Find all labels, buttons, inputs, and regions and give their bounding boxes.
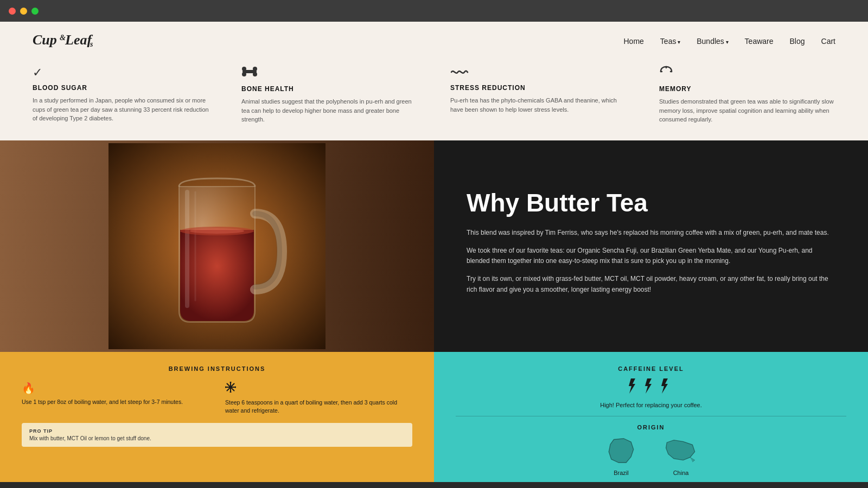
origin-brazil-label: Brazil <box>605 470 637 476</box>
origin-china: China <box>665 437 697 476</box>
brewing-step-hot-text: Use 1 tsp per 8oz of boiling water, and … <box>22 398 209 407</box>
caffeine-section: CAFFEINE LEVEL High! Perfect for replaci… <box>434 352 868 482</box>
tea-image <box>0 140 434 352</box>
nav-teaware[interactable]: Teaware <box>745 36 774 46</box>
svg-text:Leaf: Leaf <box>65 32 93 48</box>
why-butter-tea-title: Why Butter Tea <box>467 189 835 217</box>
why-para-3: Try it on its own, or mixed with grass-f… <box>467 274 835 294</box>
svg-text:Cup: Cup <box>33 32 57 48</box>
svg-point-7 <box>242 72 246 76</box>
benefit-stress-reduction: STRESS REDUCTION Pu-erh tea has the phyt… <box>450 66 627 124</box>
stress-reduction-title: STRESS REDUCTION <box>450 84 627 92</box>
why-para-2: We took three of our favorite teas: our … <box>467 246 835 266</box>
maximize-dot[interactable] <box>31 8 39 15</box>
hot-icon: 🔥 <box>22 382 209 395</box>
navbar: Cup & Leaf s Home Teas Bundles Teaware B… <box>0 22 868 60</box>
brewing-step-hot: 🔥 Use 1 tsp per 8oz of boiling water, an… <box>22 382 209 416</box>
benefits-section: ✓ BLOOD SUGAR In a study performed in Ja… <box>0 60 868 140</box>
pro-tip-text: Mix with butter, MCT Oil or lemon to get… <box>29 435 405 441</box>
content-area: Cup & Leaf s Home Teas Bundles Teaware B… <box>0 22 868 488</box>
butter-tea-section: Why Butter Tea This blend was inspired b… <box>0 140 868 352</box>
nav-blog[interactable]: Blog <box>790 36 805 46</box>
svg-text:s: s <box>90 40 93 48</box>
nav-cart[interactable]: Cart <box>821 36 835 46</box>
blood-sugar-title: BLOOD SUGAR <box>33 84 209 92</box>
svg-point-5 <box>242 67 246 71</box>
memory-title: MEMORY <box>659 85 835 93</box>
memory-icon <box>659 66 835 81</box>
nav-bundles[interactable]: Bundles <box>697 36 728 46</box>
nav-teas[interactable]: Teas <box>660 36 680 46</box>
origin-title: ORIGIN <box>456 424 846 431</box>
minimize-dot[interactable] <box>20 8 27 15</box>
bone-health-icon <box>241 66 418 81</box>
caffeine-title: CAFFEINE LEVEL <box>456 365 846 372</box>
brewing-section: BREWING INSTRUCTIONS 🔥 Use 1 tsp per 8oz… <box>0 352 434 482</box>
origin-china-label: China <box>665 470 697 476</box>
window-chrome <box>0 0 868 22</box>
caffeine-description: High! Perfect for replacing your coffee. <box>456 402 846 408</box>
why-para-1: This blend was inspired by Tim Ferriss, … <box>467 228 835 238</box>
brewing-step-cold: Steep 6 teaspoons in a quart of boiling … <box>225 382 412 416</box>
benefit-bone-health: BONE HEALTH Animal studies suggest that … <box>241 66 418 124</box>
svg-point-17 <box>230 382 232 383</box>
stress-reduction-icon <box>450 66 627 80</box>
bottom-section: BREWING INSTRUCTIONS 🔥 Use 1 tsp per 8oz… <box>0 352 868 482</box>
svg-point-11 <box>190 228 244 234</box>
svg-point-18 <box>230 391 232 393</box>
caffeine-bolts <box>456 377 846 399</box>
nav-home[interactable]: Home <box>624 36 644 46</box>
bone-health-title: BONE HEALTH <box>241 85 418 93</box>
brewing-steps: 🔥 Use 1 tsp per 8oz of boiling water, an… <box>22 382 412 416</box>
svg-point-16 <box>229 386 232 388</box>
brewing-title: BREWING INSTRUCTIONS <box>22 365 412 372</box>
caffeine-divider <box>456 416 846 416</box>
blood-sugar-text: In a study performed in Japan, people wh… <box>33 96 209 123</box>
memory-text: Studies demonstrated that green tea was … <box>659 97 835 124</box>
close-dot[interactable] <box>9 8 16 15</box>
stress-reduction-text: Pu-erh tea has the phyto-chemicals GABA … <box>450 96 627 114</box>
origin-maps: Brazil China <box>456 437 846 476</box>
origin-brazil: Brazil <box>605 437 637 476</box>
bone-health-text: Animal studies suggest that the polyphen… <box>241 97 418 124</box>
benefit-memory: MEMORY Studies demonstrated that green t… <box>659 66 835 124</box>
benefit-blood-sugar: ✓ BLOOD SUGAR In a study performed in Ja… <box>33 66 209 124</box>
pro-tip-box: PRO TIP Mix with butter, MCT Oil or lemo… <box>22 423 412 447</box>
logo[interactable]: Cup & Leaf s <box>33 29 98 53</box>
cold-icon <box>225 382 412 395</box>
svg-point-19 <box>225 386 227 388</box>
tea-content: Why Butter Tea This blend was inspired b… <box>434 140 868 352</box>
svg-point-8 <box>253 72 257 76</box>
pro-tip-label: PRO TIP <box>29 428 405 434</box>
svg-point-20 <box>235 386 237 388</box>
blood-sugar-icon: ✓ <box>33 66 209 80</box>
nav-links: Home Teas Bundles Teaware Blog Cart <box>624 36 836 46</box>
brewing-step-cold-text: Steep 6 teaspoons in a quart of boiling … <box>225 399 412 416</box>
svg-point-6 <box>253 67 257 71</box>
